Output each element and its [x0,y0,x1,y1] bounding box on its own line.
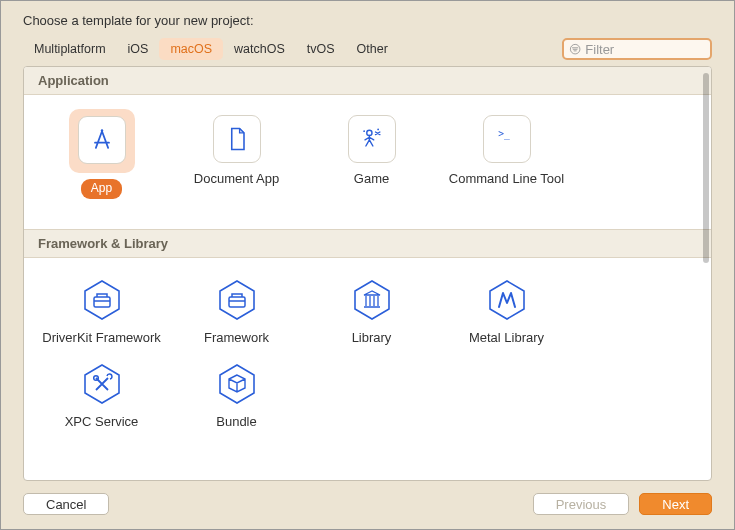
template-label: DriverKit Framework [34,330,169,347]
template-label: XPC Service [34,414,169,431]
template-label: Metal Library [439,330,574,347]
template-xpc-service[interactable]: XPC Service [34,356,169,431]
previous-button: Previous [533,493,630,515]
page-title: Choose a template for your new project: [1,1,734,38]
template-label: App [81,179,122,199]
section-application-header: Application [24,67,711,95]
template-label: Document App [169,171,304,188]
template-label: Framework [169,330,304,347]
template-command-line-tool[interactable]: >_ Command Line Tool [439,109,574,199]
filter-icon [569,42,581,56]
scrollbar[interactable] [703,73,709,263]
platform-tabs: Multiplatform iOS macOS watchOS tvOS Oth… [23,38,399,60]
cancel-button[interactable]: Cancel [23,493,109,515]
svg-point-4 [377,129,379,131]
next-button[interactable]: Next [639,493,712,515]
section-framework-header: Framework & Library [24,229,711,258]
game-icon [348,115,396,163]
tools-hex-icon [80,362,124,406]
box-hex-icon [215,362,259,406]
footer-bar: Cancel Previous Next [1,481,734,529]
template-label: Command Line Tool [439,171,574,188]
template-document-app[interactable]: Document App [169,109,304,199]
tab-ios[interactable]: iOS [117,38,160,60]
template-list: Application App Document App [23,66,712,481]
toolbox-hex-icon [215,278,259,322]
svg-marker-6 [85,281,119,319]
template-label: Game [304,171,439,188]
library-hex-icon [350,278,394,322]
template-app[interactable]: App [34,109,169,199]
svg-marker-8 [220,281,254,319]
template-chooser-window: Choose a template for your new project: … [0,0,735,530]
app-icon [78,116,126,164]
document-icon [213,115,261,163]
toolbox-hex-icon [80,278,124,322]
svg-point-3 [363,130,365,132]
template-framework[interactable]: Framework [169,272,304,347]
svg-rect-9 [229,297,245,307]
svg-marker-11 [490,281,524,319]
tab-other[interactable]: Other [346,38,399,60]
template-metal-library[interactable]: Metal Library [439,272,574,347]
svg-marker-10 [355,281,389,319]
template-label: Library [304,330,439,347]
tab-multiplatform[interactable]: Multiplatform [23,38,117,60]
template-bundle[interactable]: Bundle [169,356,304,431]
metal-hex-icon [485,278,529,322]
tab-watchos[interactable]: watchOS [223,38,296,60]
tab-macos[interactable]: macOS [159,38,223,60]
filter-field[interactable] [562,38,712,60]
template-label: Bundle [169,414,304,431]
filter-input[interactable] [585,42,705,57]
terminal-icon: >_ [483,115,531,163]
tab-bar: Multiplatform iOS macOS watchOS tvOS Oth… [23,38,712,60]
template-driverkit-framework[interactable]: DriverKit Framework [34,272,169,347]
tab-tvos[interactable]: tvOS [296,38,346,60]
section-application-grid: App Document App Game >_ Command Line To… [24,95,711,229]
svg-text:>_: >_ [498,128,510,140]
svg-point-1 [100,129,102,131]
svg-rect-7 [94,297,110,307]
section-framework-grid: DriverKit Framework Framework Library Me… [24,258,711,462]
template-game[interactable]: Game [304,109,439,199]
svg-point-2 [366,130,371,135]
template-library[interactable]: Library [304,272,439,347]
